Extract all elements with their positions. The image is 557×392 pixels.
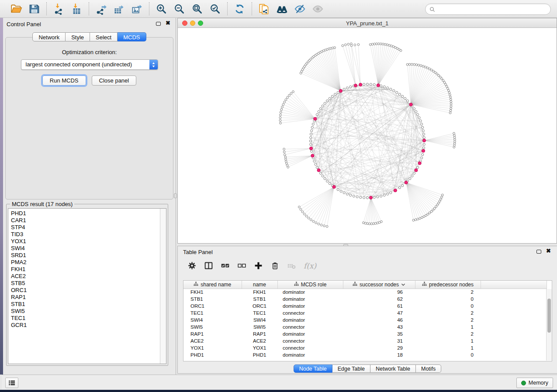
cell-shared-name[interactable]: PHD1 xyxy=(183,351,242,358)
cell-MCDS-role[interactable]: dominator xyxy=(277,330,343,337)
import-table-icon[interactable] xyxy=(71,3,83,15)
mcds-result-item[interactable]: YOX1 xyxy=(8,238,166,245)
table-tab-network-table[interactable]: Network Table xyxy=(370,364,416,373)
mcds-result-item[interactable]: PHD1 xyxy=(8,210,166,217)
cell-MCDS-role[interactable]: dominator xyxy=(277,289,343,296)
cell-predecessor-nodes[interactable]: 0 xyxy=(415,303,481,309)
cell-successor-nodes[interactable]: 43 xyxy=(343,323,415,330)
export-image-icon[interactable] xyxy=(131,3,143,15)
mcds-result-item[interactable]: TID3 xyxy=(8,231,166,238)
table-row[interactable]: SWI5SWI5connector431 xyxy=(183,323,547,330)
table-row[interactable]: ACE2ACE2connector311 xyxy=(183,337,547,344)
cell-successor-nodes[interactable]: 47 xyxy=(343,309,415,316)
table-row[interactable]: PHD1PHD1dominator180 xyxy=(183,351,547,358)
cell-successor-nodes[interactable]: 35 xyxy=(343,330,415,337)
table-scrollbar[interactable] xyxy=(546,289,552,361)
close-table-panel-icon[interactable]: ✖ xyxy=(546,248,551,254)
tab-style[interactable]: Style xyxy=(66,32,90,41)
mcds-result-item[interactable]: SWI4 xyxy=(8,245,166,252)
table-tab-motifs[interactable]: Motifs xyxy=(416,364,441,373)
cell-MCDS-role[interactable]: connector xyxy=(277,323,343,330)
search-box[interactable] xyxy=(425,3,551,15)
table-row[interactable]: STB1STB1dominator620 xyxy=(183,296,547,303)
search-input[interactable] xyxy=(436,5,550,14)
cell-name[interactable]: SWI5 xyxy=(242,323,277,330)
cell-shared-name[interactable]: SWI5 xyxy=(183,323,242,330)
mcds-result-item[interactable]: FKH1 xyxy=(8,266,166,273)
cell-name[interactable]: YOX1 xyxy=(242,344,277,351)
table-mode-gear-icon[interactable] xyxy=(187,261,197,270)
mcds-result-item[interactable]: ACE2 xyxy=(8,273,166,280)
import-network-icon[interactable] xyxy=(53,3,65,15)
select-all-icon[interactable] xyxy=(221,261,230,270)
cell-shared-name[interactable]: TEC1 xyxy=(183,309,242,316)
find-icon[interactable] xyxy=(276,3,288,15)
cell-shared-name[interactable]: ORC1 xyxy=(183,303,242,309)
mcds-result-item[interactable]: STB5 xyxy=(8,280,166,287)
close-panel-icon[interactable]: ✖ xyxy=(166,20,170,26)
cell-shared-name[interactable]: STB1 xyxy=(183,296,242,303)
result-list-scrollbar[interactable] xyxy=(160,209,166,364)
mcds-result-item[interactable]: STP4 xyxy=(8,224,166,231)
table-row[interactable]: ORC1ORC1dominator610 xyxy=(183,303,547,309)
table-scrollbar-thumb[interactable] xyxy=(547,299,551,333)
zoom-in-icon[interactable] xyxy=(156,3,167,15)
delete-column-icon[interactable] xyxy=(270,261,280,270)
memory-button[interactable]: Memory xyxy=(516,378,553,388)
cell-name[interactable]: SWI4 xyxy=(242,316,277,323)
network-from-selection-icon[interactable] xyxy=(258,3,270,15)
table-row[interactable]: FKH1FKH1dominator962 xyxy=(183,289,547,296)
table-row[interactable]: YOX1YOX1connector291 xyxy=(183,344,547,351)
cell-successor-nodes[interactable]: 29 xyxy=(343,344,415,351)
table-tab-node-table[interactable]: Node Table xyxy=(294,364,332,373)
hide-selected-icon[interactable] xyxy=(294,3,306,15)
cell-predecessor-nodes[interactable]: 1 xyxy=(415,337,481,344)
cell-name[interactable]: ORC1 xyxy=(242,303,277,309)
float-table-panel-icon[interactable] xyxy=(536,250,541,254)
save-session-icon[interactable] xyxy=(28,3,40,15)
column-header-name[interactable]: name xyxy=(242,281,277,289)
cell-successor-nodes[interactable]: 31 xyxy=(343,337,415,344)
cell-MCDS-role[interactable]: connector xyxy=(277,344,343,351)
cell-MCDS-role[interactable]: connector xyxy=(277,337,343,344)
cell-successor-nodes[interactable]: 46 xyxy=(343,316,415,323)
cell-successor-nodes[interactable]: 62 xyxy=(343,296,415,303)
cell-predecessor-nodes[interactable]: 1 xyxy=(415,323,481,330)
network-window-titlebar[interactable]: YPA_prune.txt_1 xyxy=(178,18,557,28)
export-table-icon[interactable] xyxy=(113,3,125,15)
cell-MCDS-role[interactable]: dominator xyxy=(277,303,343,309)
export-network-icon[interactable] xyxy=(95,3,107,15)
apply-layout-icon[interactable] xyxy=(234,3,246,15)
cell-shared-name[interactable]: ACE2 xyxy=(183,337,242,344)
mcds-result-item[interactable]: PMA2 xyxy=(8,259,166,266)
deselect-all-icon[interactable] xyxy=(237,261,246,270)
mcds-result-item[interactable]: SRD1 xyxy=(8,252,166,259)
float-panel-icon[interactable] xyxy=(156,22,161,26)
criterion-dropdown[interactable]: largest connected component (undirected) xyxy=(21,59,158,70)
cell-predecessor-nodes[interactable]: 2 xyxy=(415,330,481,337)
mcds-result-item[interactable]: CAR1 xyxy=(8,217,166,224)
close-panel-button[interactable]: Close panel xyxy=(92,76,137,86)
cell-name[interactable]: TEC1 xyxy=(242,309,277,316)
cell-MCDS-role[interactable]: dominator xyxy=(277,351,343,358)
cell-shared-name[interactable]: RAP1 xyxy=(183,330,242,337)
cell-successor-nodes[interactable]: 96 xyxy=(343,289,415,296)
cell-MCDS-role[interactable]: connector xyxy=(277,309,343,316)
cell-predecessor-nodes[interactable]: 1 xyxy=(415,344,481,351)
column-header-shared-name[interactable]: shared name xyxy=(183,281,242,289)
table-row[interactable]: TEC1TEC1connector472 xyxy=(183,309,547,316)
open-file-icon[interactable] xyxy=(10,3,22,15)
mcds-result-item[interactable]: ORC1 xyxy=(8,287,166,294)
mcds-result-list[interactable]: PHD1CAR1STP4TID3YOX1SWI4SRD1PMA2FKH1ACE2… xyxy=(8,208,166,364)
task-history-button[interactable] xyxy=(5,378,18,388)
column-header-MCDS-role[interactable]: MCDS role xyxy=(277,281,343,289)
cell-shared-name[interactable]: FKH1 xyxy=(183,289,242,296)
mcds-result-item[interactable]: GCR1 xyxy=(8,322,166,329)
table-row[interactable]: SWI4SWI4dominator462 xyxy=(183,316,547,323)
cell-shared-name[interactable]: YOX1 xyxy=(183,344,242,351)
vertical-splitter-handle[interactable] xyxy=(174,193,177,198)
cell-MCDS-role[interactable]: dominator xyxy=(277,316,343,323)
cell-predecessor-nodes[interactable]: 0 xyxy=(415,296,481,303)
cell-name[interactable]: PHD1 xyxy=(242,351,277,358)
column-header-predecessor-nodes[interactable]: predecessor nodes xyxy=(415,281,481,289)
